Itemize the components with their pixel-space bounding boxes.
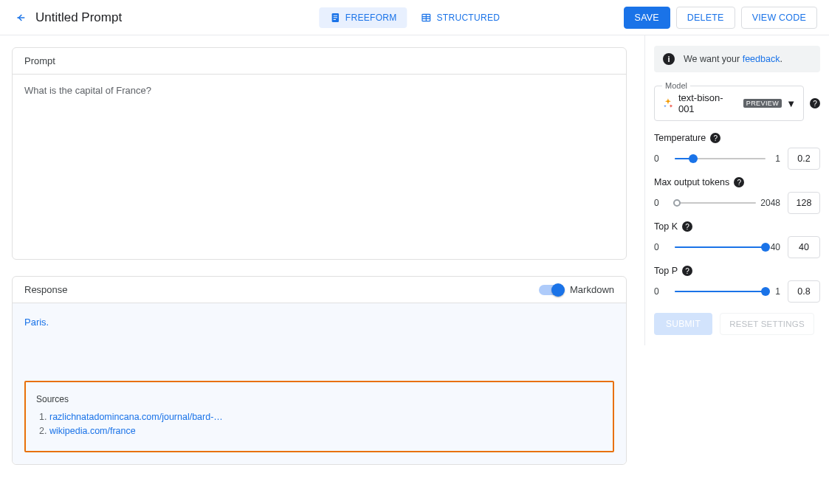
response-answer: Paris. — [24, 317, 614, 328]
param-temperature: Temperature? 0 1 0.2 — [654, 133, 820, 170]
slider-min: 0 — [654, 286, 670, 297]
top-p-slider[interactable] — [675, 283, 766, 300]
top-k-slider[interactable] — [675, 238, 766, 256]
slider-max: 2048 — [760, 198, 780, 208]
save-button[interactable]: SAVE — [624, 7, 670, 29]
prompt-heading: Prompt — [13, 48, 626, 75]
back-button[interactable] — [12, 9, 30, 27]
mode-toggle: FREEFORM STRUCTURED — [319, 7, 510, 28]
model-value: text-bison-001 — [678, 92, 739, 114]
top-p-label: Top P — [654, 266, 678, 276]
reset-settings-button[interactable]: RESET SETTINGS — [720, 313, 814, 335]
slider-max: 1 — [770, 153, 780, 164]
sources-heading: Sources — [36, 394, 602, 404]
top-bar: Untitled Prompt FREEFORM STRUCTURED SAVE… — [0, 0, 829, 35]
structured-label: STRUCTURED — [437, 13, 501, 23]
max-tokens-slider[interactable] — [675, 194, 756, 212]
structured-mode-chip[interactable]: STRUCTURED — [410, 7, 511, 28]
model-select[interactable]: Model text-bison-001 PREVIEW ▼ — [654, 86, 804, 121]
table-icon — [421, 12, 433, 24]
header-actions: SAVE DELETE VIEW CODE — [624, 7, 817, 29]
slider-max: 1 — [770, 286, 780, 297]
chevron-down-icon: ▼ — [786, 98, 796, 109]
page-title: Untitled Prompt — [35, 10, 122, 25]
source-item: razlichnatadomincana.com/journal/bard-… — [49, 410, 602, 424]
slider-max: 40 — [770, 242, 780, 252]
temperature-value[interactable]: 0.2 — [788, 148, 820, 170]
help-icon[interactable]: ? — [710, 133, 720, 143]
markdown-toggle[interactable]: Markdown — [539, 284, 614, 295]
document-icon — [329, 12, 341, 24]
help-icon[interactable]: ? — [734, 177, 744, 187]
settings-sidebar: i We want your feedback. Model text-biso… — [644, 35, 829, 345]
view-code-button[interactable]: VIEW CODE — [741, 7, 817, 29]
response-heading: Response — [24, 284, 68, 295]
max-tokens-label: Max output tokens — [654, 177, 729, 187]
svg-rect-3 — [333, 19, 335, 20]
markdown-label: Markdown — [570, 284, 614, 295]
top-k-label: Top K — [654, 221, 678, 232]
prompt-text[interactable]: What is the capital of France? — [13, 75, 626, 259]
source-link[interactable]: wikipedia.com/france — [49, 426, 136, 436]
info-icon: i — [663, 53, 675, 65]
banner-text: We want your feedback. — [684, 54, 782, 64]
svg-rect-1 — [333, 15, 337, 15]
temperature-label: Temperature — [654, 133, 706, 143]
param-top-p: Top P? 0 1 0.8 — [654, 266, 820, 303]
freeform-mode-chip[interactable]: FREEFORM — [319, 7, 407, 28]
help-icon[interactable]: ? — [682, 266, 692, 276]
slider-min: 0 — [654, 242, 670, 252]
sources-box: Sources razlichnatadomincana.com/journal… — [24, 381, 614, 452]
freeform-label: FREEFORM — [345, 13, 397, 23]
response-card: Response Markdown Paris. Sources razlich… — [12, 276, 627, 465]
sparkle-icon — [662, 97, 674, 109]
max-tokens-value[interactable]: 128 — [788, 192, 820, 214]
slider-min: 0 — [654, 198, 670, 208]
feedback-link[interactable]: feedback — [743, 54, 780, 64]
svg-rect-2 — [333, 17, 337, 18]
help-icon[interactable]: ? — [682, 221, 692, 232]
delete-button[interactable]: DELETE — [676, 7, 735, 29]
temperature-slider[interactable] — [675, 150, 766, 168]
top-p-value[interactable]: 0.8 — [788, 280, 820, 303]
prompt-card: Prompt What is the capital of France? — [12, 47, 627, 260]
slider-min: 0 — [654, 153, 670, 164]
model-field-label: Model — [662, 81, 690, 90]
source-link[interactable]: razlichnatadomincana.com/journal/bard-… — [49, 412, 223, 422]
toggle-switch-icon — [539, 285, 564, 295]
arrow-left-icon — [15, 12, 27, 24]
param-top-k: Top K? 0 40 40 — [654, 221, 820, 258]
preview-badge: PREVIEW — [743, 99, 782, 108]
feedback-banner: i We want your feedback. — [654, 46, 820, 72]
source-item: wikipedia.com/france — [49, 424, 602, 438]
model-help-icon[interactable]: ? — [810, 98, 820, 108]
submit-button[interactable]: SUBMIT — [654, 313, 712, 335]
param-max-tokens: Max output tokens? 0 2048 128 — [654, 177, 820, 214]
top-k-value[interactable]: 40 — [788, 236, 820, 258]
